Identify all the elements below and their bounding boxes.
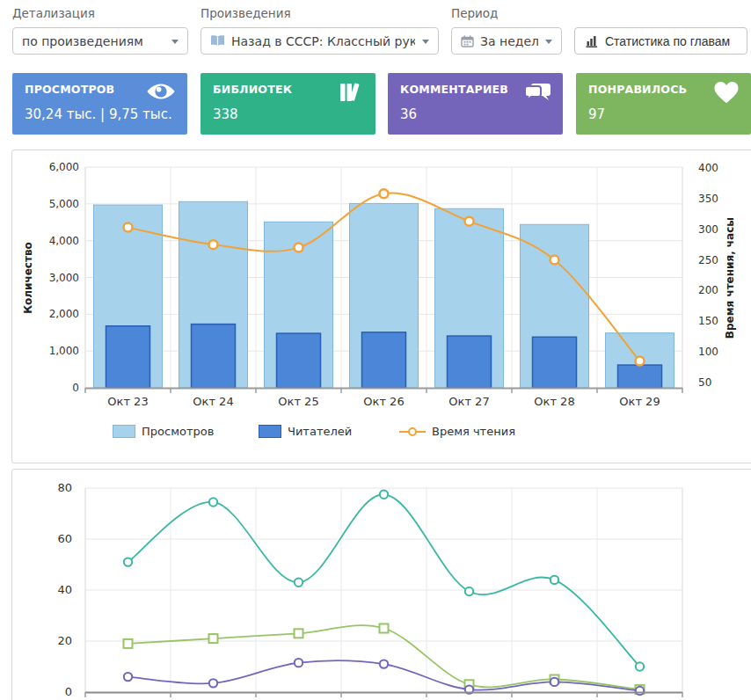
- legend-item-views[interactable]: Просмотров: [113, 425, 214, 438]
- svg-text:80: 80: [57, 481, 72, 494]
- svg-text:Окт 29: Окт 29: [619, 395, 660, 408]
- likes-card-value: 97: [588, 106, 739, 122]
- legend-item-readers[interactable]: Читателей: [259, 425, 352, 438]
- views-card: ПРОСМОТРОВ 30,24 тыс. | 9,75 тыс.: [12, 73, 187, 135]
- libraries-card-value: 338: [213, 106, 363, 122]
- period-select[interactable]: За неделю: [451, 27, 562, 55]
- comments-card-value: 36: [400, 106, 550, 122]
- svg-text:1,000: 1,000: [49, 345, 79, 357]
- svg-text:0: 0: [65, 685, 72, 698]
- book-icon: [210, 35, 225, 47]
- svg-text:400: 400: [698, 162, 718, 174]
- heart-icon: [713, 81, 740, 108]
- svg-text:20: 20: [57, 634, 72, 647]
- work-select[interactable]: Назад в СССР: Классный руководи: [201, 27, 439, 55]
- library-icon: [338, 81, 364, 107]
- svg-text:350: 350: [698, 193, 718, 205]
- svg-text:50: 50: [698, 376, 711, 389]
- svg-text:Окт 26: Окт 26: [363, 395, 404, 408]
- svg-text:Время чтения, часы: Время чтения, часы: [724, 217, 736, 339]
- secondary-line-chart: 020406080: [12, 470, 751, 700]
- eye-icon: [146, 81, 176, 106]
- chevron-down-icon: [171, 40, 179, 47]
- svg-text:Окт 28: Окт 28: [534, 395, 574, 408]
- svg-text:Количество: Количество: [22, 242, 34, 314]
- readers-legend-label: Читателей: [288, 425, 352, 438]
- svg-text:150: 150: [698, 315, 718, 327]
- svg-text:3,000: 3,000: [49, 272, 79, 284]
- chevron-down-icon: [545, 40, 552, 47]
- chapter-statistics-button[interactable]: Статистика по главам: [574, 27, 747, 55]
- readers-legend-swatch: [259, 425, 281, 438]
- detail-select-value: по произведениям: [22, 34, 164, 48]
- chevron-down-icon: [422, 40, 429, 47]
- likes-card: ПОНРАВИЛОСЬ 97: [576, 73, 751, 135]
- detail-select[interactable]: по произведениям: [12, 27, 188, 55]
- svg-text:Окт 27: Окт 27: [448, 395, 489, 408]
- views-legend-swatch: [113, 425, 135, 438]
- detail-filter-label: Детализация: [12, 6, 95, 20]
- calendar-icon: [461, 35, 474, 47]
- chapter-statistics-label: Статистика по главам: [605, 34, 730, 48]
- statistics-dashboard: Детализация Произведения Период по произ…: [0, 0, 751, 700]
- svg-text:4,000: 4,000: [49, 235, 79, 247]
- svg-text:100: 100: [698, 346, 718, 358]
- svg-text:Окт 24: Окт 24: [193, 395, 233, 408]
- svg-text:0: 0: [72, 382, 79, 394]
- svg-text:2,000: 2,000: [49, 308, 79, 320]
- comments-card: КОММЕНТАРИЕВ 36: [388, 73, 563, 135]
- work-select-value: Назад в СССР: Классный руководи: [231, 34, 415, 48]
- svg-text:Окт 23: Окт 23: [107, 395, 148, 408]
- period-filter-label: Период: [451, 6, 498, 20]
- views-legend-label: Просмотров: [142, 425, 214, 438]
- bar-chart-icon: [586, 34, 599, 47]
- views-combo-chart: 01,0002,0003,0004,0005,0006,000501001502…: [12, 150, 751, 419]
- reading-time-legend-marker: [399, 427, 426, 437]
- libraries-card: БИБЛИОТЕК 338: [201, 73, 376, 135]
- views-card-value: 30,24 тыс. | 9,75 тыс.: [25, 106, 175, 122]
- work-filter-label: Произведения: [201, 6, 291, 20]
- svg-text:Окт 25: Окт 25: [278, 395, 318, 408]
- reading-time-legend-label: Время чтения: [432, 425, 515, 438]
- svg-text:250: 250: [698, 254, 718, 266]
- svg-text:6,000: 6,000: [49, 161, 79, 173]
- secondary-chart-panel: 020406080: [11, 469, 751, 700]
- svg-text:40: 40: [57, 583, 72, 596]
- svg-text:5,000: 5,000: [49, 198, 79, 210]
- legend-item-reading-time[interactable]: Время чтения: [399, 425, 515, 438]
- period-select-value: За неделю: [480, 34, 538, 48]
- svg-text:60: 60: [57, 532, 72, 545]
- comments-icon: [523, 81, 551, 107]
- svg-text:200: 200: [698, 284, 718, 296]
- svg-text:300: 300: [698, 223, 718, 236]
- views-chart-panel: 01,0002,0003,0004,0005,0006,000501001502…: [11, 149, 751, 463]
